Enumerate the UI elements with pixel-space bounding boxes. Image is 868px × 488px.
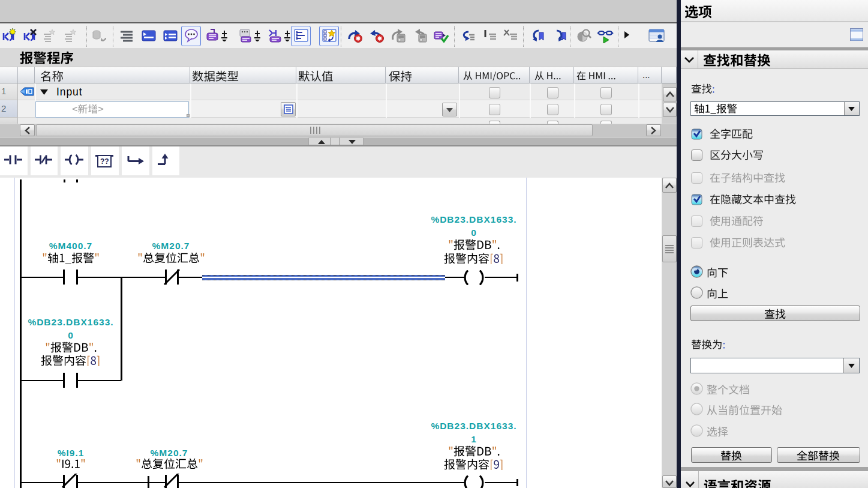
svg-text:??: ?? — [100, 157, 109, 166]
